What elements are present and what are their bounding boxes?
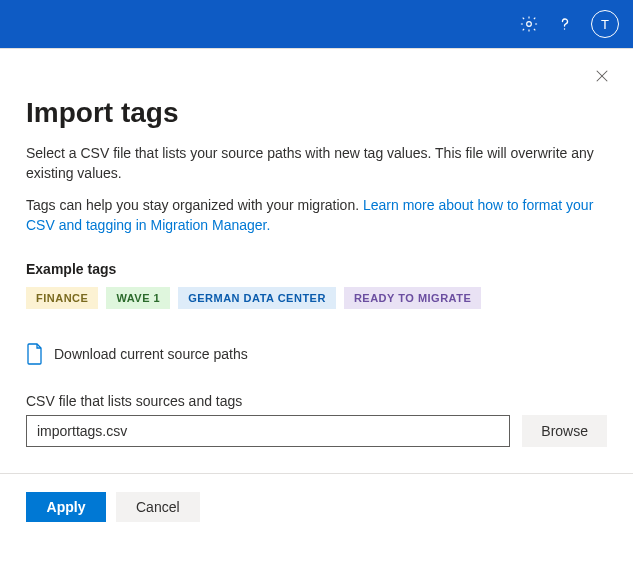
download-source-paths-link[interactable]: Download current source paths [26, 343, 607, 365]
example-tags-label: Example tags [26, 261, 607, 277]
example-tag: READY TO MIGRATE [344, 287, 481, 309]
cancel-button[interactable]: Cancel [116, 492, 200, 522]
svg-point-1 [564, 28, 565, 29]
apply-button[interactable]: Apply [26, 492, 106, 522]
import-tags-panel: Import tags Select a CSV file that lists… [0, 48, 633, 447]
description-text: Select a CSV file that lists your source… [26, 143, 607, 183]
file-input-row: Browse [26, 415, 607, 447]
document-icon [26, 343, 44, 365]
help-icon[interactable] [555, 14, 575, 34]
subdescription-prefix: Tags can help you stay organized with yo… [26, 197, 363, 213]
csv-filename-input[interactable] [26, 415, 510, 447]
example-tag: GERMAN DATA CENTER [178, 287, 336, 309]
csv-field-label: CSV file that lists sources and tags [26, 393, 607, 409]
close-button[interactable] [593, 67, 611, 85]
example-tag: FINANCE [26, 287, 98, 309]
example-tags-row: FINANCEWAVE 1GERMAN DATA CENTERREADY TO … [26, 287, 607, 309]
download-label: Download current source paths [54, 346, 248, 362]
subdescription-text: Tags can help you stay organized with yo… [26, 195, 607, 235]
dialog-footer: Apply Cancel [0, 473, 633, 540]
avatar[interactable]: T [591, 10, 619, 38]
page-title: Import tags [26, 97, 607, 129]
topbar: T [0, 0, 633, 48]
svg-point-0 [527, 22, 532, 27]
example-tag: WAVE 1 [106, 287, 170, 309]
gear-icon[interactable] [519, 14, 539, 34]
browse-button[interactable]: Browse [522, 415, 607, 447]
